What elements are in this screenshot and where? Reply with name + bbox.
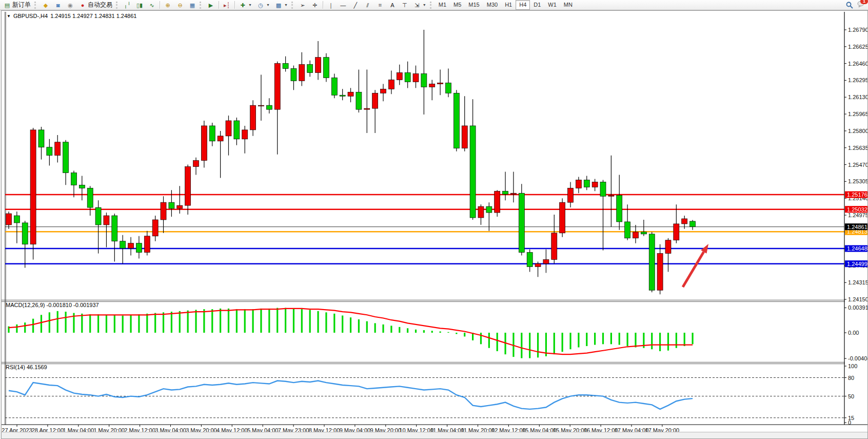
candle-body: [519, 193, 524, 252]
timeframe-button-m30[interactable]: M30: [483, 0, 501, 10]
toolbar-drag-handle[interactable]: [116, 2, 120, 9]
periods-button[interactable]: ◷▼: [254, 0, 272, 10]
candle-body: [120, 241, 126, 249]
templates-button[interactable]: ▩▼: [272, 0, 290, 10]
profile-button[interactable]: ◙: [52, 0, 64, 10]
candle-body: [136, 243, 142, 253]
toolbar-drag-handle[interactable]: [291, 2, 295, 9]
candle-body: [218, 136, 223, 141]
timeframe-button-h4[interactable]: H4: [516, 0, 530, 10]
fibonacci-button[interactable]: ⌗: [374, 0, 386, 10]
text-label-button[interactable]: ⊤: [399, 0, 411, 10]
candle-body: [364, 108, 370, 109]
fibonacci-icon: ⌗: [377, 2, 384, 9]
candle-body: [331, 78, 337, 95]
candle-body: [641, 232, 646, 234]
vertical-line-button[interactable]: ｜: [325, 0, 337, 10]
chart-canvas[interactable]: 1.267901.266251.264601.262951.261301.259…: [2, 11, 867, 438]
candle-body: [462, 126, 467, 148]
timeframe-button-m15[interactable]: M15: [465, 0, 483, 10]
axis-tick-label: 1.24150: [848, 296, 867, 302]
axis-tick-label: 80: [848, 375, 854, 381]
price-axis[interactable]: 1.267901.266251.264601.262951.261301.259…: [844, 11, 867, 426]
ohlc-values: 1.24915 1.24927 1.24831 1.24861: [50, 13, 136, 19]
arrows-button[interactable]: ⇲▼: [411, 0, 429, 10]
candle-body: [445, 83, 451, 93]
candle-body: [486, 206, 492, 213]
candle-body: [584, 180, 589, 187]
signal-button[interactable]: ◉: [64, 0, 76, 10]
candle-body: [560, 202, 565, 233]
candle-body: [527, 253, 532, 267]
price-badge-label: 1.24861: [847, 224, 867, 230]
candle-body: [307, 65, 313, 73]
candle-body: [657, 254, 663, 291]
text-button[interactable]: A: [386, 0, 399, 10]
axis-tick-label: 1.26130: [848, 94, 867, 100]
chart-bars-button[interactable]: ╷╵: [121, 0, 133, 10]
new-order-icon: ▤: [4, 2, 11, 9]
toolbar-separator: [219, 1, 219, 9]
toolbar-drag-handle[interactable]: [34, 2, 38, 9]
channel-button[interactable]: ⫽: [362, 0, 374, 10]
timeframe-button-mn[interactable]: MN: [560, 0, 576, 10]
symbol-timeframe-label: GBPUSD-,H4: [13, 13, 48, 19]
chart-candles-button[interactable]: ▯▮: [133, 0, 146, 10]
chart-shift-button[interactable]: ▸┆: [221, 0, 233, 10]
cursor-button[interactable]: ➢: [297, 0, 309, 10]
candle-body: [690, 221, 696, 227]
chart-window[interactable]: 1.267901.266251.264601.262951.261301.259…: [1, 10, 868, 439]
chevron-down-icon[interactable]: ▼: [7, 14, 11, 18]
crosshair-icon: ✛: [311, 2, 319, 9]
rsi-value: 46.1569: [27, 364, 47, 370]
candle-body: [112, 216, 117, 241]
timeframe-button-d1[interactable]: D1: [530, 0, 544, 10]
chart-line-button[interactable]: ∿: [146, 0, 158, 10]
candle-body: [63, 142, 69, 173]
candle-body: [104, 216, 109, 225]
toolbar-drag-handle[interactable]: [430, 2, 434, 9]
new-order-button[interactable]: ▤新订单: [1, 0, 33, 10]
indicators-button[interactable]: ✚▼: [236, 0, 254, 10]
candle-body: [510, 193, 516, 194]
chart-background: [2, 11, 867, 438]
candle-body: [6, 214, 12, 225]
zoom-in-button[interactable]: ⊕: [162, 0, 174, 10]
auto-trading-icon: ●: [79, 2, 86, 9]
candle-body: [397, 73, 402, 80]
candle-body: [674, 224, 679, 240]
candle-body: [608, 195, 614, 196]
trendline-icon: ╱: [352, 2, 359, 9]
toolbar-drag-handle[interactable]: [200, 2, 204, 9]
timeframe-button-m5[interactable]: M5: [450, 0, 465, 10]
new-order-button-label: 新订单: [12, 1, 31, 9]
candle-body: [169, 202, 174, 208]
axis-tick-label: 1.25470: [848, 162, 867, 168]
candle-body: [323, 58, 329, 78]
candle-body: [649, 234, 655, 290]
chat-button[interactable]: 1: [857, 1, 865, 9]
mt4-application: ▤新订单◆◙◉●自动交易╷╵▯▮∿⊕⊖▦▶▸┆✚▼◷▼▩▼➢✛｜—╱⫽⌗A⊤⇲▼…: [0, 0, 868, 439]
auto-scroll-button[interactable]: ▶: [205, 0, 217, 10]
styles-button[interactable]: ◆: [40, 0, 52, 10]
chart-shift-icon: ▸┆: [223, 2, 230, 9]
search-icon[interactable]: [846, 2, 853, 9]
axis-tick-label: 1.26295: [848, 77, 867, 83]
trendline-button[interactable]: ╱: [349, 0, 362, 10]
axis-tick-label: 0.00: [848, 330, 859, 336]
crosshair-button[interactable]: ✛: [309, 0, 321, 10]
candle-body: [340, 95, 345, 96]
timeframe-button-w1[interactable]: W1: [544, 0, 560, 10]
timeframe-button-m1[interactable]: M1: [435, 0, 450, 10]
zoom-out-button[interactable]: ⊖: [174, 0, 186, 10]
tile-windows-button[interactable]: ▦: [186, 0, 199, 10]
candle-body: [250, 105, 256, 130]
price-badge-label: 1.25032: [847, 206, 867, 213]
equidistant-channel-icon: ⫽: [364, 2, 371, 9]
toolbar-separator: [234, 1, 235, 9]
horizontal-line-button[interactable]: —: [337, 0, 349, 10]
auto-trading-button[interactable]: ●自动交易: [76, 0, 115, 10]
zoom-in-icon: ⊕: [164, 2, 171, 9]
timeframe-button-h1[interactable]: H1: [501, 0, 516, 10]
candle-body: [30, 130, 36, 244]
